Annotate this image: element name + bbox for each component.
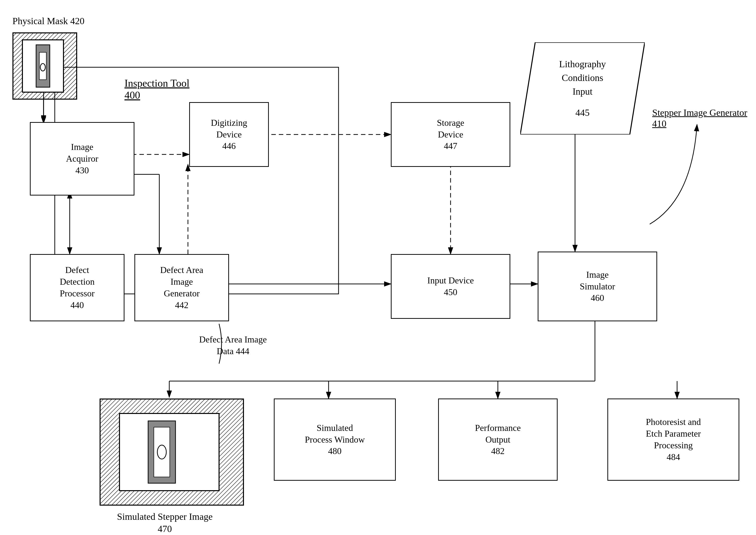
- simulated-stepper-label: Simulated Stepper Image470: [117, 511, 213, 535]
- performance-output-box: PerformanceOutput482: [438, 399, 557, 481]
- defect-detection-box: DefectDetectionProcessor440: [30, 254, 124, 321]
- physical-mask-box: [13, 32, 77, 99]
- defect-area-data-label: Defect Area ImageData 444: [199, 334, 267, 357]
- inspection-tool-label: Inspection Tool 400: [124, 77, 189, 101]
- simulated-stepper-image-box: [99, 399, 244, 506]
- stepper-image-generator-label: Stepper Image Generator 410: [652, 107, 747, 129]
- physical-mask-label: Physical Mask 420: [13, 15, 84, 27]
- svg-text:445: 445: [576, 107, 590, 118]
- image-simulator-box: ImageSimulator460: [538, 252, 657, 321]
- diagram: Physical Mask 420 Inspection Tool 400 Im…: [0, 0, 756, 535]
- svg-text:Lithography: Lithography: [559, 59, 606, 69]
- lithography-conditions-box: Lithography Conditions Input 445: [520, 42, 645, 134]
- digitizing-device-box: DigitizingDevice446: [189, 102, 269, 167]
- svg-rect-37: [154, 427, 170, 477]
- simulated-process-window-box: SimulatedProcess Window480: [274, 399, 396, 481]
- defect-area-generator-box: Defect AreaImageGenerator442: [134, 254, 229, 321]
- image-acquiror-box: ImageAcquiror430: [30, 122, 134, 196]
- photoresist-box: Photoresist andEtch ParameterProcessing4…: [608, 399, 739, 481]
- svg-text:Conditions: Conditions: [562, 72, 604, 83]
- svg-text:Input: Input: [573, 86, 593, 97]
- storage-device-box: StorageDevice447: [391, 102, 510, 167]
- input-device-box: Input Device450: [391, 254, 510, 319]
